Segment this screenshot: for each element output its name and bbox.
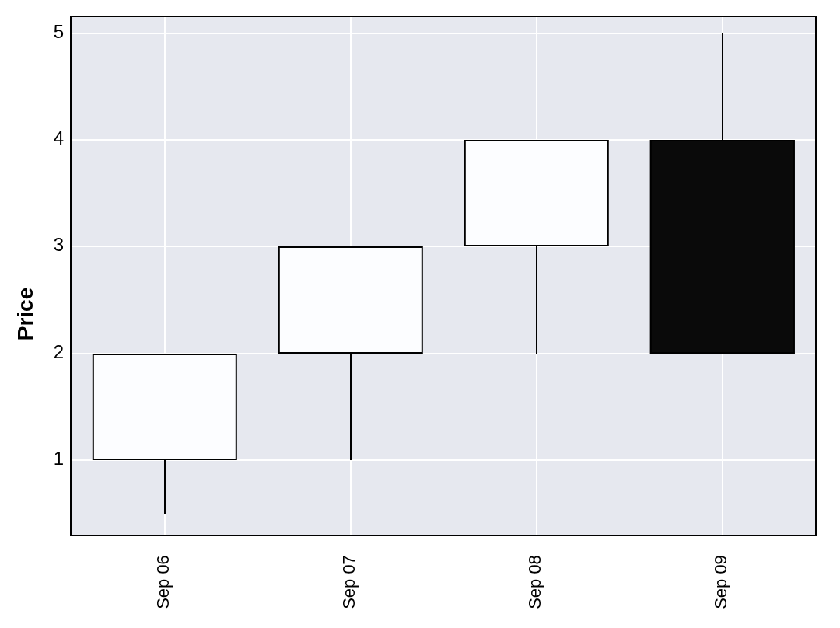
candlestick-body [464, 140, 608, 246]
candlestick-body [278, 246, 422, 353]
y-tick-label: 4 [33, 127, 64, 149]
plot-area [70, 16, 817, 536]
candlestick-chart: Price 12345 Sep 06Sep 07Sep 08Sep 09 [0, 0, 840, 628]
candlestick-body [649, 140, 794, 354]
x-tick-label: Sep 08 [525, 555, 545, 609]
y-tick-label: 2 [33, 341, 64, 363]
x-tick-label: Sep 06 [153, 555, 173, 609]
y-tick-label: 5 [33, 21, 64, 43]
x-tick-label: Sep 07 [339, 555, 359, 609]
y-tick-label: 1 [33, 448, 64, 469]
x-tick-label: Sep 09 [711, 555, 731, 609]
y-axis-label: Price [13, 288, 38, 341]
candlestick-body [92, 354, 236, 460]
gridline-horizontal [72, 33, 815, 34]
y-tick-label: 3 [33, 234, 64, 256]
